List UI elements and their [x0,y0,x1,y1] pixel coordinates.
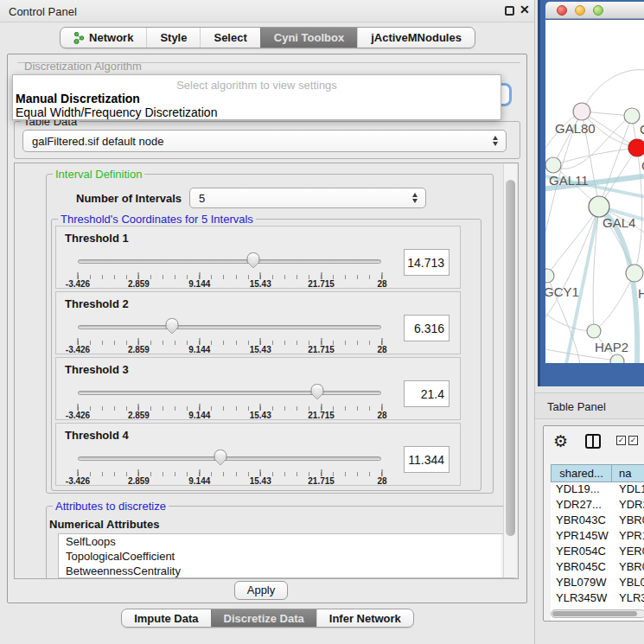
slider-thumb[interactable] [311,384,324,395]
tick-label: 9.144 [188,345,210,354]
table-row[interactable]: YDR27...YDR2 [551,498,644,513]
node-gal11[interactable] [545,157,561,173]
table-data-combo[interactable]: galFiltered.sif default node [22,130,507,152]
checkbox-icon[interactable]: ✓ [628,436,638,445]
tick-label: 2.859 [128,345,150,354]
tick-label: 9.144 [188,279,210,289]
network-icon [73,32,85,44]
node-gcy1[interactable] [545,269,554,283]
table-row[interactable]: YPR145WYPR1 [551,529,644,545]
tick-label: 21.715 [308,411,335,420]
node-partial-bottom[interactable] [610,354,624,363]
threshold-panel: Threshold 2 -3.4262.8599.14415.4321.7152… [55,291,461,354]
tab-discretize-data[interactable]: Discretize Data [211,609,316,627]
threshold-value-input[interactable] [404,446,450,473]
tab-label: Cyni Toolbox [274,31,344,44]
number-of-intervals-combo[interactable]: 5 [189,188,426,208]
bottom-tabbar: Impute Data Discretize Data Infer Networ… [0,609,535,628]
node-partial-top-right[interactable] [624,108,640,124]
slider-track[interactable] [78,391,381,395]
table-row[interactable]: YBL079WYBL0 [551,576,644,591]
checkbox-icon[interactable]: ✓ [616,436,626,445]
attribute-item[interactable]: TopologicalCoefficient [59,549,513,564]
network-canvas[interactable]: GAL80 G C GAL11 GAL4 GCY1 H HAP2 [545,20,644,363]
slider-tick-labels: -3.4262.8599.14415.4321.71528 [78,411,382,420]
tick-label: 21.715 [308,476,335,486]
tick-label: 2.859 [128,411,150,420]
apply-button[interactable]: Apply [234,581,288,600]
tab-style[interactable]: Style [146,28,200,48]
close-traffic-light[interactable] [557,5,567,16]
threshold-value-input[interactable] [404,380,450,407]
tab-jactivemnodules[interactable]: jActiveMNodules [357,28,475,48]
column-layout-icon[interactable] [585,434,601,449]
tab-infer-network[interactable]: Infer Network [316,609,413,627]
tick-label: 28 [377,345,386,354]
threshold-label: Threshold 3 [65,363,129,376]
threshold-value-input[interactable] [404,249,450,276]
node-label-partial-g: G [640,122,644,137]
threshold-slider[interactable] [78,318,381,337]
slider-tick-labels: -3.4262.8599.14415.4321.71528 [78,345,382,354]
table-row[interactable]: YBR043CYBR0 [551,513,644,529]
tick-label: 28 [377,279,386,289]
tab-select[interactable]: Select [200,28,259,48]
threshold-slider[interactable] [78,450,381,469]
slider-track[interactable] [78,259,381,264]
node-label-hap2: HAP2 [595,340,628,354]
spinner-arrows-icon [493,136,498,146]
close-icon[interactable]: ✕ [520,3,530,16]
settings-scroll-container: Interval Definition Number of Intervals … [14,163,519,579]
node-selected-red[interactable] [628,139,644,156]
attribute-item[interactable]: SelfLoops [59,534,513,549]
attribute-item[interactable]: BetweennessCentrality [59,564,513,578]
column-header-name[interactable]: na [612,464,644,482]
control-panel-titlebar: Control Panel ✕ [0,0,534,22]
slider-track[interactable] [78,456,381,461]
settings-vertical-scrollbar[interactable] [503,164,517,577]
slider-thumb[interactable] [246,252,259,264]
scrollbar-thumb[interactable] [506,180,515,536]
table-row[interactable]: YER054CYER0 [551,545,644,560]
tick-label: 21.715 [308,279,335,289]
tab-label: Style [160,31,187,44]
tab-label: jActiveMNodules [371,31,462,44]
node-label-gal80: GAL80 [555,121,596,136]
tab-network[interactable]: Network [61,28,146,48]
threshold-value-input[interactable] [404,315,450,341]
table-row[interactable]: YBR045CYBR0 [551,560,644,576]
table-rows: YDL19...YDL1YDR27...YDR2YBR043CYBR0YPR14… [551,482,644,622]
table-panel-title: Table Panel [547,400,606,413]
tab-impute-data[interactable]: Impute Data [122,609,210,627]
node-gal4[interactable] [589,196,609,217]
float-window-icon[interactable] [505,6,514,16]
dropdown-option-manual[interactable]: Manual Discretization [13,92,501,106]
threshold-panel: Threshold 4 -3.4262.8599.14415.4321.7152… [55,423,461,486]
slider-track[interactable] [78,325,381,329]
attributes-group-title: Attributes to discretize [53,500,169,513]
column-header-shared-name[interactable]: shared... [551,464,612,482]
table-data-combo-value: galFiltered.sif default node [32,135,163,148]
numerical-attributes-list: SelfLoopsTopologicalCoefficientBetweenne… [58,533,514,578]
minimize-traffic-light[interactable] [575,5,585,16]
table-row[interactable]: YLR345WYLR3 [551,591,644,607]
table-row[interactable]: YDL19...YDL1 [551,482,644,498]
thresholds-group-title: Threshold's Coordinates for 5 Intervals [58,213,256,226]
number-of-intervals-value: 5 [199,192,205,205]
threshold-slider[interactable] [78,384,381,403]
tab-cyni-toolbox[interactable]: Cyni Toolbox [260,28,357,48]
zoom-traffic-light[interactable] [593,5,603,16]
scrollbar-thumb[interactable] [552,611,637,616]
gear-icon[interactable]: ⚙ [553,431,568,451]
node-h[interactable] [626,265,643,282]
network-graph: GAL80 G C GAL11 GAL4 GCY1 H HAP2 [545,20,644,363]
node-hap2[interactable] [587,324,601,338]
slider-thumb[interactable] [214,450,226,461]
node-gal80[interactable] [573,103,590,120]
dropdown-option-equal-width[interactable]: Equal Width/Frequency Discretization [13,106,501,120]
slider-thumb[interactable] [165,318,178,329]
threshold-slider[interactable] [78,252,381,271]
table-horizontal-scrollbar[interactable] [551,609,644,618]
tick-label: 15.43 [250,476,271,486]
dropdown-hint: Select algorithm to view settings [13,75,501,92]
